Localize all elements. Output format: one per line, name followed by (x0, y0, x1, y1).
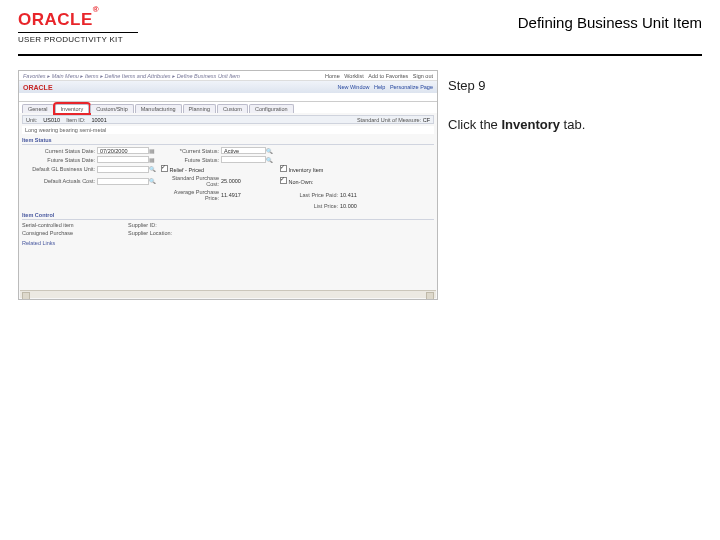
step-text-suffix: tab. (560, 117, 585, 132)
non-own-checkbox[interactable] (280, 177, 287, 184)
page-header: ORACLE® USER PRODUCTIVITY KIT Defining B… (0, 0, 720, 48)
future-status-date-label: Future Status Date: (22, 157, 97, 163)
curr-status-label: *Current Status: (161, 148, 221, 154)
relief-checkbox[interactable] (161, 165, 168, 172)
shot-oracle-logo: ORACLE (23, 84, 53, 91)
tab-planning[interactable]: Planning (183, 104, 216, 113)
link-personalize[interactable]: Personalize Page (390, 84, 433, 90)
step-text: Click the Inventory tab. (448, 115, 702, 136)
curr-status-date-label: Current Status Date: (22, 148, 97, 154)
curr-status-field[interactable]: Active (221, 147, 266, 154)
link-home[interactable]: Home (325, 73, 340, 79)
instruction-column: Step 9 Click the Inventory tab. (448, 70, 702, 300)
std-cost-label: Standard Purchase Cost: (161, 175, 221, 187)
shot-topbar: Favorites ▸ Main Menu ▸ Items ▸ Define I… (19, 71, 437, 81)
inventory-item-checkbox[interactable] (280, 165, 287, 172)
brand-block: ORACLE® USER PRODUCTIVITY KIT (18, 10, 138, 44)
shot-brandbar: ORACLE New Window Help Personalize Page (19, 81, 437, 93)
item-value: 10001 (91, 117, 106, 123)
link-new-window[interactable]: New Window (337, 84, 369, 90)
tab-custom-ship[interactable]: Custom/Ship (90, 104, 134, 113)
item-label: Item ID: (66, 117, 85, 123)
last-price-paid-value: 10.411 (340, 192, 380, 198)
supplier-id-label: Supplier ID: (128, 222, 198, 228)
uom-value: CF (423, 117, 430, 123)
related-links[interactable]: Related Links (22, 240, 434, 246)
link-help[interactable]: Help (374, 84, 385, 90)
context-strip: Unit: US010 Item ID: 10001 Standard Unit… (22, 115, 434, 124)
tab-general[interactable]: General (22, 104, 54, 113)
default-actuals-label: Default Actuals Cost: (22, 178, 97, 184)
item-status-title: Item Status (22, 137, 434, 145)
item-description: Long wearing bearing semi-metal (25, 127, 106, 133)
item-status-grid: Current Status Date: 07/20/2000 ▦ *Curre… (22, 147, 434, 209)
std-cost-value: 25.0000 (221, 178, 266, 184)
shot-brandbar-actions: New Window Help Personalize Page (334, 84, 433, 90)
step-label: Step 9 (448, 76, 702, 97)
tab-inventory[interactable]: Inventory (55, 104, 90, 113)
default-gl-field[interactable] (97, 166, 149, 173)
brand-rule (18, 32, 138, 33)
oracle-logo: ORACLE® (18, 10, 138, 30)
last-price-paid-label: Last Price Paid: (280, 192, 340, 198)
item-status-section: Item Status Current Status Date: 07/20/2… (22, 137, 434, 209)
link-signout[interactable]: Sign out (413, 73, 433, 79)
future-status-label: Future Status: (161, 157, 221, 163)
lookup-icon[interactable]: 🔍 (149, 166, 161, 172)
toplinks: Home Worklist Add to Favorites Sign out (322, 73, 433, 79)
step-text-bold: Inventory (501, 117, 560, 132)
default-actuals-field[interactable] (97, 178, 149, 185)
list-price-label: List Price: (280, 203, 340, 209)
avg-price-value: 11.4917 (221, 192, 266, 198)
list-price-value: 10.000 (340, 203, 380, 209)
inventory-item-label: Inventory Item (289, 167, 324, 173)
lookup-icon[interactable]: 🔍 (266, 148, 280, 154)
lookup-icon[interactable]: 🔍 (149, 178, 161, 184)
item-control-title: Item Control (22, 212, 434, 220)
non-own-label: Non-Own: (289, 179, 314, 185)
uom-label: Standard Unit of Measure: (357, 117, 421, 123)
lookup-icon[interactable]: 🔍 (266, 157, 280, 163)
relief-label: Relief - Priced (170, 167, 205, 173)
curr-status-date-field[interactable]: 07/20/2000 (97, 147, 149, 154)
future-status-field[interactable] (221, 156, 266, 163)
main-area: Favorites ▸ Main Menu ▸ Items ▸ Define I… (0, 56, 720, 314)
horizontal-scrollbar[interactable] (20, 290, 436, 298)
future-status-date-field[interactable] (97, 156, 149, 163)
link-favorites[interactable]: Add to Favorites (368, 73, 408, 79)
oracle-logo-text: ORACLE (18, 10, 93, 29)
item-control-section: Item Control Serial-controlled item Supp… (22, 212, 434, 236)
item-control-grid: Serial-controlled item Supplier ID: Cons… (22, 222, 434, 236)
link-worklist[interactable]: Worklist (344, 73, 363, 79)
tab-configuration[interactable]: Configuration (249, 104, 294, 113)
step-text-prefix: Click the (448, 117, 501, 132)
calendar-icon[interactable]: ▦ (149, 148, 161, 154)
unit-value: US010 (43, 117, 60, 123)
oracle-tm: ® (93, 5, 99, 14)
shot-page-header (19, 93, 437, 102)
unit-label: Unit: (26, 117, 37, 123)
breadcrumb[interactable]: Favorites ▸ Main Menu ▸ Items ▸ Define I… (23, 73, 319, 79)
desc-strip: Long wearing bearing semi-metal (22, 126, 434, 134)
tab-custom[interactable]: Custom (217, 104, 248, 113)
consigned-label: Consigned Purchase (22, 230, 73, 236)
default-gl-label: Default GL Business Unit: (22, 166, 97, 172)
supplier-location-label: Supplier Location: (128, 230, 198, 236)
app-screenshot: Favorites ▸ Main Menu ▸ Items ▸ Define I… (18, 70, 438, 300)
tab-strip: General Inventory Custom/Ship Manufactur… (19, 102, 437, 113)
tab-manufacturing[interactable]: Manufacturing (135, 104, 182, 113)
screenshot-column: Favorites ▸ Main Menu ▸ Items ▸ Define I… (18, 70, 438, 300)
brand-subtitle: USER PRODUCTIVITY KIT (18, 35, 138, 44)
page-title: Defining Business Unit Item (518, 14, 702, 31)
calendar-icon[interactable]: ▦ (149, 157, 161, 163)
serial-label: Serial-controlled item (22, 222, 74, 228)
avg-price-label: Average Purchase Price: (161, 189, 221, 201)
